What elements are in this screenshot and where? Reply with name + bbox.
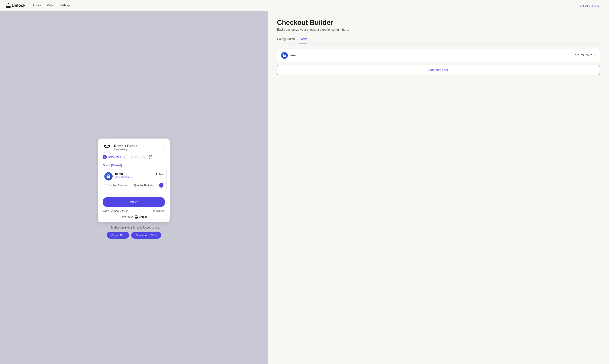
wallet-info-text: Wallet: 0×8D33...8AFD (103, 209, 128, 212)
quantity-label: Quantity (134, 184, 143, 186)
lock-info: demo View Contract ↗ (115, 172, 156, 178)
lock-entry-icon (281, 52, 288, 59)
svg-point-9 (108, 147, 108, 147)
wallet-address[interactable]: 0×8D33...8AFD → (580, 4, 603, 7)
powered-by: Powered by Unlock (103, 214, 165, 222)
view-contract-label: View Contract (115, 176, 130, 178)
step-3: 3 (129, 155, 133, 159)
quantity-icon: ⋮ (131, 184, 133, 186)
duration-meta: ⏱ Duration Forever (104, 184, 127, 186)
tab-locks[interactable]: Locks (299, 38, 307, 43)
svg-rect-12 (135, 217, 138, 219)
svg-point-5 (105, 145, 109, 150)
view-contract-link[interactable]: View Contract ↗ (115, 176, 156, 178)
duration-label: Duration (108, 184, 117, 186)
quantity-value: Unlimited (144, 184, 155, 186)
svg-point-8 (106, 147, 106, 147)
powered-by-brand-text: Unlock (139, 215, 147, 218)
step-2: 2 (123, 155, 127, 159)
locks-list: demo 0×0155...6b47 × Add more Lock (277, 49, 600, 75)
panda-logo (103, 143, 111, 152)
logo: Unlock (6, 3, 26, 8)
wallet-label: Wallet: (103, 209, 110, 212)
brand-info: Demo x Panda Membership (114, 144, 137, 151)
main-layout: Demo x Panda Membership × 1 Select lock … (0, 11, 609, 364)
next-button[interactable]: Next (103, 197, 165, 207)
nav-settings[interactable]: Settings (60, 4, 71, 7)
tab-configuration[interactable]: Configuration (277, 38, 295, 43)
lock-icon (104, 172, 113, 181)
logo-text: Unlock (12, 3, 26, 8)
step-1-number: 1 (103, 155, 107, 159)
modal-brand-subtitle: Membership (114, 148, 137, 151)
lock-entry: demo 0×0155...6b47 × (277, 49, 600, 62)
lock-entry-name: demo (290, 54, 575, 57)
navbar: Unlock Locks Keys Settings 0×8D33...8AFD… (0, 0, 609, 11)
quantity-meta: ⋮ Quantity Unlimited (131, 184, 155, 186)
modal-close-button[interactable]: × (163, 145, 165, 149)
modal-footer: Next Wallet: 0×8D33...8AFD Disconnect Po… (98, 194, 170, 222)
right-panel: Checkout Builder Easily customize your c… (268, 11, 609, 364)
lock-entry-address: 0×0155...6b47 (575, 54, 592, 57)
checkout-modal: Demo x Panda Membership × 1 Select lock … (98, 139, 170, 222)
nav-links: Locks Keys Settings (33, 4, 580, 7)
lock-selected-check: ✓ (159, 183, 164, 188)
svg-point-10 (106, 148, 107, 148)
modal-caption: This checkout modal is ready for you to … (108, 226, 160, 229)
page-subtitle: Easily customize your checkout experienc… (277, 28, 600, 31)
powered-by-label: Powered by (120, 215, 133, 218)
wallet-info: Wallet: 0×8D33...8AFD Disconnect (103, 207, 165, 214)
add-more-lock-button[interactable]: Add more Lock (277, 65, 600, 75)
nav-locks[interactable]: Locks (33, 4, 41, 7)
modal-header: Demo x Panda Membership × (98, 139, 170, 155)
check-icon: ✓ (160, 184, 162, 187)
lock-card: demo View Contract ↗ FREE ⏱ Duration For… (101, 169, 167, 191)
duration-icon: ⏱ (104, 184, 107, 186)
powered-by-brand: Unlock (134, 215, 147, 219)
config-tabs: Configuration Locks (277, 38, 600, 43)
external-link-icon: ↗ (131, 176, 133, 178)
step-5: 5 (142, 155, 146, 159)
lock-meta: ⏱ Duration Forever ⋮ Quantity Unlimited … (104, 183, 163, 188)
copy-url-button[interactable]: Copy URL (107, 232, 129, 239)
svg-point-7 (107, 147, 109, 148)
svg-rect-0 (6, 6, 11, 8)
step-1-active: 1 Select lock (103, 155, 121, 159)
duration-value: Forever (118, 184, 127, 186)
page-title: Checkout Builder (277, 19, 600, 26)
lock-entry-remove-button[interactable]: × (594, 53, 596, 57)
download-json-button[interactable]: Download JSON (131, 232, 161, 239)
left-panel: Demo x Panda Membership × 1 Select lock … (0, 11, 268, 364)
wallet-address: 0×8D33...8AFD (111, 209, 128, 212)
step-4: 4 (135, 155, 140, 159)
disconnect-button[interactable]: Disconnect (153, 209, 165, 212)
step-1-label: Select lock (108, 156, 121, 158)
step-bar: 1 Select lock 2 3 4 5 💬 (98, 155, 170, 162)
lock-price: FREE (156, 172, 163, 175)
network-label: Goerli (Testnet) (98, 162, 170, 169)
modal-brand: Demo x Panda Membership (103, 143, 137, 152)
lock-name: demo (115, 172, 156, 176)
modal-brand-name: Demo x Panda (114, 144, 137, 148)
bottom-buttons: Copy URL Download JSON (107, 232, 161, 239)
nav-keys[interactable]: Keys (47, 4, 54, 7)
svg-point-6 (106, 147, 107, 148)
chat-icon: 💬 (148, 155, 153, 159)
lock-card-header: demo View Contract ↗ FREE (104, 172, 163, 181)
